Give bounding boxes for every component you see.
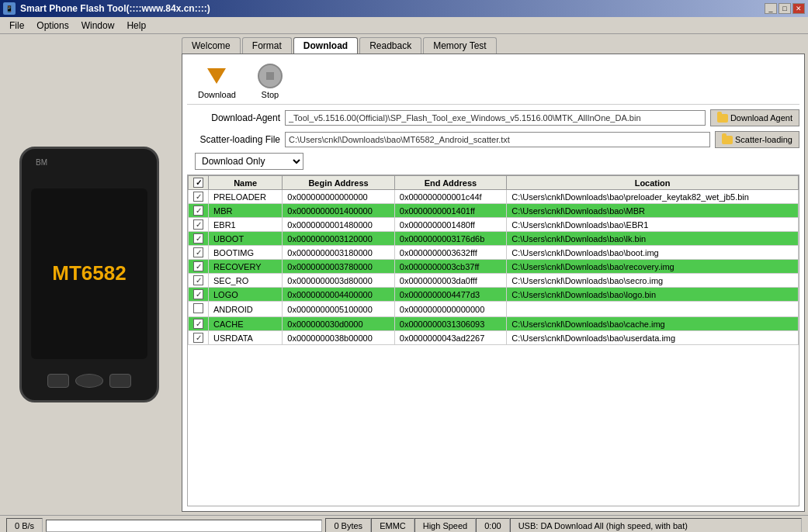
- menu-options[interactable]: Options: [30, 19, 75, 33]
- tab-format[interactable]: Format: [242, 37, 292, 54]
- menu-window[interactable]: Window: [75, 19, 121, 33]
- download-button[interactable]: Download: [195, 62, 239, 101]
- phone-panel: BM MT6582: [0, 34, 179, 515]
- folder-icon-2: [722, 136, 733, 144]
- table-row: ✓BOOTIMG0x00000000031800000x000000000363…: [189, 246, 799, 260]
- download-agent-input[interactable]: [285, 110, 706, 126]
- phone-body: BM MT6582: [19, 147, 159, 402]
- table-row: ✓SEC_RO0x0000000003d800000x0000000003da0…: [189, 274, 799, 288]
- row-checkbox-cell[interactable]: ✓: [189, 190, 209, 204]
- scatter-loading-button[interactable]: Scatter-loading: [715, 131, 799, 148]
- row-checkbox[interactable]: ✓: [193, 333, 203, 343]
- status-message: USB: DA Download All (high speed, with b…: [510, 518, 802, 533]
- download-agent-button-label: Download Agent: [730, 113, 792, 123]
- main-area: BM MT6582 Welcome Format Download Readba…: [0, 34, 808, 515]
- stop-circle-icon: [258, 64, 283, 88]
- status-speed: 0 B/s: [6, 518, 43, 533]
- row-begin-address: 0x0000000003d80000: [283, 274, 394, 288]
- download-agent-button[interactable]: Download Agent: [710, 109, 799, 126]
- row-name: EBR1: [209, 218, 283, 232]
- row-begin-address: 0x0000000038b00000: [283, 331, 394, 345]
- download-arrow-icon: [204, 64, 229, 88]
- table-row: ✓MBR0x00000000014000000x0000000001401ffC…: [189, 204, 799, 218]
- row-location: C:\Users\cnkl\Downloads\bao\lk.bin: [507, 232, 799, 246]
- col-header-name: Name: [209, 176, 283, 190]
- table-row: ✓UBOOT0x00000000031200000x0000000003176d…: [189, 232, 799, 246]
- status-connection: High Speed: [414, 518, 477, 533]
- row-end-address: 0x0000000043ad2267: [394, 331, 506, 345]
- row-begin-address: 0x0000000003120000: [283, 232, 394, 246]
- status-bar: 0 B/s 0 Bytes EMMC High Speed 0:00 USB: …: [0, 515, 808, 532]
- minimize-button[interactable]: _: [765, 3, 777, 14]
- tab-download[interactable]: Download: [293, 37, 358, 54]
- row-begin-address: 0x000000030d0000: [283, 317, 394, 331]
- table-row: ANDROID0x00000000051000000x0000000000000…: [189, 302, 799, 317]
- row-checkbox-cell[interactable]: ✓: [189, 260, 209, 274]
- tab-memory-test[interactable]: Memory Test: [423, 37, 496, 54]
- row-name: CACHE: [209, 317, 283, 331]
- row-checkbox-cell[interactable]: ✓: [189, 204, 209, 218]
- row-checkbox[interactable]: ✓: [193, 247, 203, 257]
- phone-brand: BM: [36, 158, 47, 167]
- tab-readback[interactable]: Readback: [359, 37, 421, 54]
- row-name: BOOTIMG: [209, 246, 283, 260]
- row-checkbox-cell[interactable]: ✓: [189, 232, 209, 246]
- row-end-address: 0x0000000001480ff: [394, 218, 506, 232]
- download-label: Download: [198, 90, 236, 99]
- maximize-button[interactable]: □: [779, 3, 791, 14]
- scatter-loading-input[interactable]: [285, 132, 710, 147]
- phone-nav: [47, 374, 131, 388]
- row-checkbox-cell[interactable]: ✓: [189, 331, 209, 345]
- close-button[interactable]: ✕: [792, 3, 805, 14]
- row-begin-address: 0x000000000000000: [283, 190, 394, 204]
- tab-welcome[interactable]: Welcome: [182, 37, 241, 54]
- row-checkbox[interactable]: ✓: [193, 219, 203, 230]
- row-checkbox-cell[interactable]: [189, 302, 209, 317]
- table-row: ✓CACHE0x000000030d00000x0000000031306093…: [189, 317, 799, 331]
- scatter-loading-label: Scatter-loading File: [187, 134, 280, 145]
- status-time: 0:00: [476, 518, 509, 533]
- row-checkbox-cell[interactable]: ✓: [189, 218, 209, 232]
- row-checkbox[interactable]: ✓: [193, 289, 203, 299]
- row-checkbox[interactable]: ✓: [193, 261, 203, 271]
- tab-content: Download Stop Download-Agent Download Ag…: [182, 54, 805, 512]
- content-panel: Welcome Format Download Readback Memory …: [179, 34, 808, 515]
- title-bar: 📱 Smart Phone Flash Tool(::::www.84x.cn:…: [0, 0, 808, 17]
- phone-screen: MT6582: [31, 188, 147, 359]
- row-location: C:\Users\cnkl\Downloads\bao\preloader_ke…: [507, 190, 799, 204]
- row-checkbox-cell[interactable]: ✓: [189, 288, 209, 302]
- window-controls: _ □ ✕: [765, 3, 805, 14]
- download-agent-row: Download-Agent Download Agent: [187, 109, 799, 126]
- row-location: C:\Users\cnkl\Downloads\bao\recovery.img: [507, 260, 799, 274]
- menu-help[interactable]: Help: [120, 19, 152, 33]
- row-checkbox[interactable]: [193, 303, 203, 313]
- row-checkbox[interactable]: ✓: [193, 192, 203, 202]
- row-name: USRDATA: [209, 331, 283, 345]
- table-row: ✓RECOVERY0x00000000037800000x0000000003c…: [189, 260, 799, 274]
- row-location: C:\Users\cnkl\Downloads\bao\MBR: [507, 204, 799, 218]
- col-header-begin: Begin Address: [283, 176, 394, 190]
- select-all-checkbox[interactable]: ✓: [193, 178, 203, 188]
- table-row: ✓EBR10x00000000014800000x0000000001480ff…: [189, 218, 799, 232]
- col-header-end: End Address: [394, 176, 506, 190]
- row-checkbox[interactable]: ✓: [193, 206, 203, 216]
- row-checkbox-cell[interactable]: ✓: [189, 246, 209, 260]
- row-checkbox-cell[interactable]: ✓: [189, 274, 209, 288]
- stop-label: Stop: [262, 90, 279, 99]
- row-location: C:\Users\cnkl\Downloads\bao\EBR1: [507, 218, 799, 232]
- row-begin-address: 0x0000000001480000: [283, 218, 394, 232]
- menu-file[interactable]: File: [3, 19, 30, 33]
- scatter-loading-row: Scatter-loading File Scatter-loading: [187, 131, 799, 148]
- row-checkbox[interactable]: ✓: [193, 319, 203, 329]
- app-icon: 📱: [3, 2, 16, 15]
- window-title: Smart Phone Flash Tool(::::www.84x.cn:::…: [20, 3, 210, 14]
- row-end-address: 0x0000000031306093: [394, 317, 506, 331]
- stop-button[interactable]: Stop: [255, 62, 286, 101]
- row-checkbox[interactable]: ✓: [193, 275, 203, 285]
- row-end-address: 0x0000000003176d6b: [394, 232, 506, 246]
- row-checkbox[interactable]: ✓: [193, 233, 203, 244]
- row-location: C:\Users\cnkl\Downloads\bao\userdata.img: [507, 331, 799, 345]
- download-mode-select[interactable]: Download Only Firmware Upgrade Format Al…: [195, 153, 303, 170]
- row-checkbox-cell[interactable]: ✓: [189, 317, 209, 331]
- row-name: SEC_RO: [209, 274, 283, 288]
